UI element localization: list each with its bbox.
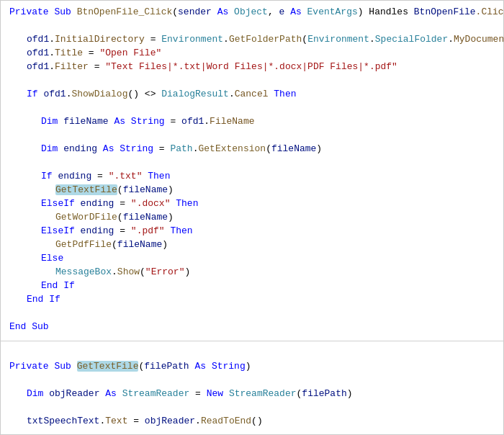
code-line <box>1 308 503 321</box>
code-line: Private Sub BtnOpenFile_Click(sender As … <box>1 6 503 20</box>
code-token-kw: As <box>99 388 122 399</box>
code-token-plain: = <box>114 198 130 209</box>
code-token-str: ".pdf" <box>131 225 165 236</box>
code-line <box>1 20 503 34</box>
code-token-var: fileName <box>117 239 162 250</box>
code-token-var: ending <box>81 198 114 209</box>
code-token-plain: . <box>49 48 55 58</box>
code-token-plain: . <box>66 89 72 99</box>
code-token-plain: ) <box>168 212 174 223</box>
code-token-func: Show <box>117 266 140 277</box>
code-token-method: Cancel <box>235 89 269 99</box>
code-token-plain: . <box>112 266 117 277</box>
code-token-plain: ( <box>117 212 123 223</box>
code-line <box>1 75 503 89</box>
code-token-kw: End If <box>27 294 60 305</box>
code-line: GetTextFile(fileName) <box>1 184 503 198</box>
code-token-plain: . <box>49 34 55 45</box>
code-token-type: String <box>131 116 165 127</box>
code-token-kw: As <box>97 143 120 154</box>
code-token-type: String <box>120 143 153 154</box>
code-token-kw: End If <box>41 280 75 291</box>
code-token-var: fileName <box>63 116 108 127</box>
code-token-plain: . <box>195 416 201 426</box>
code-token-kw: End Sub <box>9 321 49 332</box>
code-token-kw: Then <box>269 89 297 99</box>
code-line <box>1 375 503 388</box>
code-line <box>1 429 503 435</box>
code-token-plain: ) <box>184 266 190 277</box>
code-token-class-name: Environment <box>307 34 369 45</box>
code-token-plain: . <box>369 34 375 45</box>
code-token-str: ".docx" <box>131 198 171 209</box>
code-token-method: FileName <box>210 116 254 127</box>
code-token-str: ".txt" <box>109 171 143 181</box>
code-token-var: ending <box>63 143 97 154</box>
code-token-kw: As <box>212 6 234 17</box>
code-token-plain: = <box>127 416 144 426</box>
code-token-plain: . <box>49 61 55 72</box>
code-token-str: "Text Files|*.txt|Word Files|*.docx|PDF … <box>105 61 397 72</box>
code-line: Dim fileName As String = ofd1.FileName <box>1 116 503 130</box>
code-token-var: objReader <box>145 416 195 426</box>
code-line: ofd1.Filter = "Text Files|*.txt|Word Fil… <box>1 61 503 75</box>
code-token-plain: . <box>99 416 105 426</box>
code-token-plain: = <box>91 171 108 181</box>
code-token-method: .Click <box>476 6 504 17</box>
code-token-method: Filter <box>55 61 89 72</box>
code-line <box>1 102 503 116</box>
code-token-plain: = <box>153 143 170 154</box>
code-token-plain: ( <box>140 266 145 277</box>
code-token-kw: If <box>41 171 58 181</box>
code-token-kw: Then <box>170 198 198 209</box>
code-line: End Sub <box>1 321 503 335</box>
code-token-class-name: StreamReader <box>229 388 297 399</box>
code-token-plain: ( <box>172 6 178 17</box>
code-token-plain: () <box>251 416 263 426</box>
code-token-plain: ( <box>297 388 302 399</box>
code-token-func: GetExtension <box>199 143 266 154</box>
code-token-plain: ( <box>112 239 117 250</box>
code-line: Else <box>1 253 503 266</box>
code-token-class-name: Object <box>234 6 268 17</box>
code-token-plain: . <box>223 34 229 45</box>
code-token-kw: Then <box>165 225 193 236</box>
code-token-method: MyDocuments <box>454 34 504 45</box>
code-token-var: ending <box>81 225 114 236</box>
code-token-class-name: DialogResult <box>161 89 229 99</box>
code-token-var: txtSpeechText <box>27 416 99 426</box>
code-line: txtSpeechText.Text = objReader.ReadToEnd… <box>1 416 503 429</box>
code-line: MessageBox.Show("Error") <box>1 266 503 280</box>
code-token-func: GetTextFile <box>55 184 117 195</box>
code-token-kw: Dim <box>27 388 49 399</box>
code-token-plain: . <box>229 89 235 99</box>
code-line: ofd1.InitialDirectory = Environment.GetF… <box>1 34 503 48</box>
code-token-plain: . <box>448 34 454 45</box>
code-token-var: e <box>279 6 285 17</box>
code-token-func: GetTextFile <box>77 361 139 372</box>
code-editor: Private Sub BtnOpenFile_Click(sender As … <box>0 0 504 435</box>
code-token-plain: . <box>204 116 210 127</box>
code-token-kw: If <box>27 89 43 99</box>
code-token-var: fileName <box>123 184 168 195</box>
code-token-var: filePath <box>302 388 346 399</box>
code-token-plain: ) Handles <box>358 6 414 17</box>
code-token-var: BtnOpenFile <box>414 6 476 17</box>
code-token-var: ofd1 <box>27 34 49 45</box>
code-token-plain: ( <box>138 361 144 372</box>
code-token-var: fileName <box>271 143 316 154</box>
code-token-class-name: SpecialFolder <box>375 34 448 45</box>
code-token-class-name: MessageBox <box>55 266 112 277</box>
code-line: GetPdfFile(fileName) <box>1 239 503 253</box>
code-token-class-name: Environment <box>161 34 223 45</box>
code-token-kw: Dim <box>41 116 63 127</box>
code-line: End If <box>1 294 503 308</box>
code-token-plain: = <box>114 225 130 236</box>
code-token-method: InitialDirectory <box>55 34 145 45</box>
code-token-type: String <box>212 361 246 372</box>
code-line: Private Sub GetTextFile(filePath As Stri… <box>1 361 503 375</box>
code-token-plain: , <box>268 6 279 17</box>
code-token-plain: ) <box>168 184 174 195</box>
code-token-var: filePath <box>144 361 189 372</box>
code-token-kw: ElseIf <box>41 198 81 209</box>
